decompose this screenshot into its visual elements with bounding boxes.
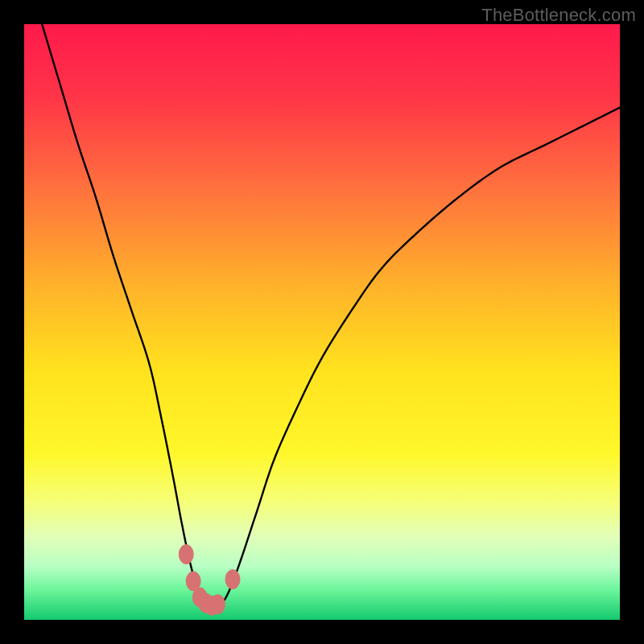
data-marker [225, 570, 240, 589]
watermark-label: TheBottleneck.com [481, 5, 636, 26]
chart-frame [24, 24, 620, 620]
bottleneck-chart [24, 24, 620, 620]
gradient-background [24, 24, 620, 620]
data-marker [179, 545, 193, 564]
data-marker [211, 595, 225, 614]
